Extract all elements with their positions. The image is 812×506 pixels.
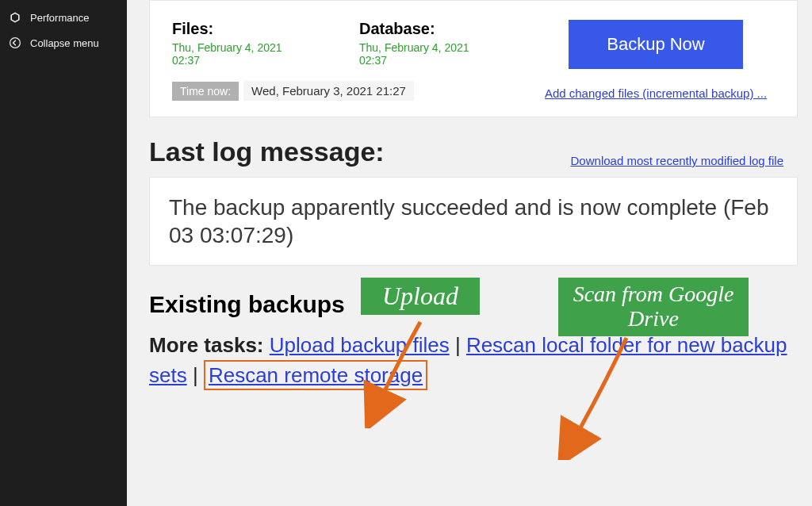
status-left: Files: Thu, February 4, 2021 02:37 Datab… [172, 20, 499, 101]
database-status: Database: Thu, February 4, 2021 02:37 [359, 20, 499, 67]
admin-sidebar: Performance Collapse menu [0, 0, 127, 506]
status-right: Backup Now Add changed files (incrementa… [537, 20, 775, 101]
separator: | [455, 333, 466, 357]
time-now-badge: Time now: [172, 82, 239, 101]
sidebar-item-label: Collapse menu [30, 37, 99, 49]
annotation-scan: Scan from Google Drive [558, 278, 749, 336]
files-status: Files: Thu, February 4, 2021 02:37 [172, 20, 312, 67]
time-now-row: Time now: Wed, February 3, 2021 21:27 [172, 81, 499, 101]
log-header: Last log message: Download most recently… [149, 136, 798, 167]
log-message: The backup apparently succeeded and is n… [169, 195, 768, 247]
rescan-remote-link[interactable]: Rescan remote storage [209, 363, 423, 387]
collapse-icon [8, 36, 22, 50]
upload-backup-files-link[interactable]: Upload backup files [270, 333, 450, 357]
time-now-value: Wed, February 3, 2021 21:27 [243, 81, 414, 101]
performance-icon [8, 10, 22, 25]
database-label: Database: [359, 20, 499, 38]
main-content: Files: Thu, February 4, 2021 02:37 Datab… [127, 0, 812, 506]
svg-point-0 [10, 38, 21, 48]
database-date: Thu, February 4, 2021 02:37 [359, 41, 499, 67]
more-tasks-label: More tasks: [149, 333, 264, 357]
download-log-link[interactable]: Download most recently modified log file [571, 154, 783, 167]
files-date: Thu, February 4, 2021 02:37 [172, 41, 312, 67]
sidebar-item-collapse[interactable]: Collapse menu [0, 30, 127, 56]
rescan-remote-highlight: Rescan remote storage [204, 360, 427, 390]
sidebar-item-label: Performance [30, 12, 89, 24]
files-label: Files: [172, 20, 312, 38]
backup-now-button[interactable]: Backup Now [569, 20, 743, 69]
more-tasks-row: More tasks: Upload backup files | Rescan… [149, 331, 798, 390]
backup-status-card: Files: Thu, February 4, 2021 02:37 Datab… [149, 0, 798, 117]
incremental-backup-link[interactable]: Add changed files (incremental backup) .… [545, 86, 767, 100]
sidebar-item-performance[interactable]: Performance [0, 5, 127, 30]
annotation-upload: Upload [361, 278, 480, 315]
separator: | [193, 363, 204, 387]
log-message-card: The backup apparently succeeded and is n… [149, 177, 798, 266]
